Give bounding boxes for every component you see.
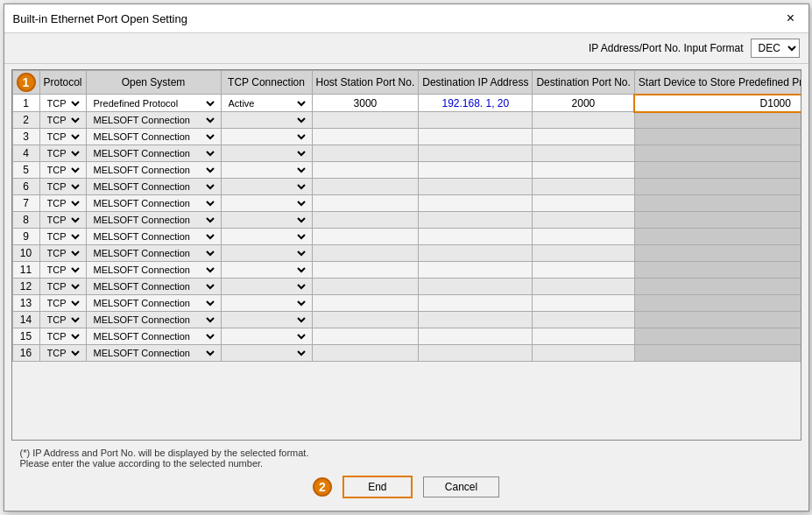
protocol-select[interactable]: TCP bbox=[44, 131, 82, 143]
open-system-select[interactable]: MELSOFT Connection bbox=[90, 280, 217, 293]
tcp-connection-select[interactable] bbox=[225, 147, 308, 159]
open-system-select[interactable]: MELSOFT Connection bbox=[90, 347, 217, 359]
cell-open-system[interactable]: Predefined Protocol bbox=[86, 95, 221, 112]
cell-open-system[interactable]: MELSOFT Connection bbox=[86, 195, 221, 212]
cell-open-system[interactable]: MELSOFT Connection bbox=[86, 145, 221, 162]
open-system-select[interactable]: MELSOFT Connection bbox=[90, 247, 217, 259]
protocol-select[interactable]: TCP bbox=[44, 164, 82, 176]
cell-protocol[interactable]: TCP bbox=[39, 129, 86, 145]
open-system-select[interactable]: MELSOFT Connection bbox=[90, 230, 217, 243]
cell-tcp-connection[interactable] bbox=[221, 328, 312, 345]
protocol-select[interactable]: TCP bbox=[44, 197, 82, 209]
protocol-select[interactable]: TCP bbox=[44, 214, 82, 226]
cell-tcp-connection[interactable] bbox=[221, 145, 312, 162]
cell-protocol[interactable]: TCP bbox=[39, 328, 86, 345]
protocol-select[interactable]: TCP bbox=[44, 347, 82, 359]
tcp-connection-select[interactable] bbox=[225, 314, 308, 326]
protocol-select[interactable]: TCP bbox=[44, 264, 82, 276]
tcp-connection-select[interactable] bbox=[225, 180, 308, 193]
tcp-connection-select[interactable] bbox=[225, 247, 308, 259]
cell-tcp-connection[interactable] bbox=[221, 295, 312, 312]
cell-tcp-connection[interactable] bbox=[221, 262, 312, 279]
open-system-select[interactable]: MELSOFT Connection bbox=[90, 264, 217, 276]
cell-protocol[interactable]: TCP bbox=[39, 295, 86, 312]
protocol-select[interactable]: TCP bbox=[44, 297, 82, 309]
tcp-connection-select[interactable] bbox=[225, 264, 308, 276]
cell-open-system[interactable]: MELSOFT Connection bbox=[86, 179, 221, 195]
open-system-select[interactable]: MELSOFT Connection bbox=[90, 330, 217, 342]
protocol-select[interactable]: TCP bbox=[44, 97, 82, 109]
cancel-button[interactable]: Cancel bbox=[423, 476, 499, 497]
ip-format-select[interactable]: DEC HEX bbox=[751, 39, 800, 58]
cell-protocol[interactable]: TCP bbox=[39, 262, 86, 279]
cell-open-system[interactable]: MELSOFT Connection bbox=[86, 279, 221, 295]
protocol-select[interactable]: TCP bbox=[44, 314, 82, 326]
cell-open-system[interactable]: MELSOFT Connection bbox=[86, 112, 221, 129]
protocol-select[interactable]: TCP bbox=[44, 147, 82, 159]
tcp-connection-select[interactable] bbox=[225, 280, 308, 293]
cell-tcp-connection[interactable] bbox=[221, 162, 312, 179]
open-system-select[interactable]: MELSOFT Connection bbox=[90, 197, 217, 209]
open-system-select[interactable]: MELSOFT Connection bbox=[90, 297, 217, 309]
tcp-connection-select[interactable] bbox=[225, 347, 308, 359]
tcp-connection-select[interactable] bbox=[225, 214, 308, 226]
cell-protocol[interactable]: TCP bbox=[39, 245, 86, 262]
cell-protocol[interactable]: TCP bbox=[39, 212, 86, 229]
tcp-connection-select[interactable] bbox=[225, 297, 308, 309]
cell-open-system[interactable]: MELSOFT Connection bbox=[86, 295, 221, 312]
cell-tcp-connection[interactable] bbox=[221, 195, 312, 212]
cell-open-system[interactable]: MELSOFT Connection bbox=[86, 229, 221, 245]
end-button[interactable]: End bbox=[342, 476, 413, 498]
cell-protocol[interactable]: TCP bbox=[39, 312, 86, 328]
cell-tcp-connection[interactable] bbox=[221, 312, 312, 328]
tcp-connection-select[interactable] bbox=[225, 131, 308, 143]
tcp-connection-select[interactable] bbox=[225, 230, 308, 243]
cell-protocol[interactable]: TCP bbox=[39, 179, 86, 195]
open-system-select[interactable]: Predefined Protocol bbox=[90, 97, 217, 109]
open-system-select[interactable]: MELSOFT Connection bbox=[90, 314, 217, 326]
cell-tcp-connection[interactable] bbox=[221, 179, 312, 195]
cell-protocol[interactable]: TCP bbox=[39, 162, 86, 179]
open-system-select[interactable]: MELSOFT Connection bbox=[90, 131, 217, 143]
tcp-connection-select[interactable] bbox=[225, 164, 308, 176]
protocol-select[interactable]: TCP bbox=[44, 114, 82, 126]
cell-tcp-connection[interactable]: Active bbox=[221, 95, 312, 112]
cell-open-system[interactable]: MELSOFT Connection bbox=[86, 262, 221, 279]
tcp-connection-select[interactable] bbox=[225, 197, 308, 209]
cell-protocol[interactable]: TCP bbox=[39, 345, 86, 362]
protocol-select[interactable]: TCP bbox=[44, 180, 82, 193]
protocol-select[interactable]: TCP bbox=[44, 230, 82, 243]
open-system-select[interactable]: MELSOFT Connection bbox=[90, 180, 217, 193]
open-system-select[interactable]: MELSOFT Connection bbox=[90, 147, 217, 159]
cell-open-system[interactable]: MELSOFT Connection bbox=[86, 129, 221, 145]
cell-protocol[interactable]: TCP bbox=[39, 229, 86, 245]
cell-tcp-connection[interactable] bbox=[221, 345, 312, 362]
tcp-connection-select[interactable] bbox=[225, 114, 308, 126]
cell-protocol[interactable]: TCP bbox=[39, 145, 86, 162]
protocol-select[interactable]: TCP bbox=[44, 247, 82, 259]
cell-tcp-connection[interactable] bbox=[221, 245, 312, 262]
close-button[interactable]: × bbox=[782, 10, 800, 27]
protocol-select[interactable]: TCP bbox=[44, 280, 82, 293]
protocol-select[interactable]: TCP bbox=[44, 330, 82, 342]
open-system-select[interactable]: MELSOFT Connection bbox=[90, 164, 217, 176]
cell-open-system[interactable]: MELSOFT Connection bbox=[86, 245, 221, 262]
cell-open-system[interactable]: MELSOFT Connection bbox=[86, 345, 221, 362]
cell-open-system[interactable]: MELSOFT Connection bbox=[86, 312, 221, 328]
cell-tcp-connection[interactable] bbox=[221, 212, 312, 229]
tcp-connection-select[interactable]: Active bbox=[225, 97, 308, 109]
tcp-connection-select[interactable] bbox=[225, 330, 308, 342]
open-system-select[interactable]: MELSOFT Connection bbox=[90, 114, 217, 126]
cell-protocol[interactable]: TCP bbox=[39, 95, 86, 112]
cell-open-system[interactable]: MELSOFT Connection bbox=[86, 328, 221, 345]
cell-protocol[interactable]: TCP bbox=[39, 112, 86, 129]
cell-tcp-connection[interactable] bbox=[221, 112, 312, 129]
cell-tcp-connection[interactable] bbox=[221, 229, 312, 245]
cell-tcp-connection[interactable] bbox=[221, 129, 312, 145]
open-system-select[interactable]: MELSOFT Connection bbox=[90, 214, 217, 226]
cell-protocol[interactable]: TCP bbox=[39, 195, 86, 212]
cell-open-system[interactable]: MELSOFT Connection bbox=[86, 212, 221, 229]
cell-open-system[interactable]: MELSOFT Connection bbox=[86, 162, 221, 179]
cell-protocol[interactable]: TCP bbox=[39, 279, 86, 295]
cell-tcp-connection[interactable] bbox=[221, 279, 312, 295]
